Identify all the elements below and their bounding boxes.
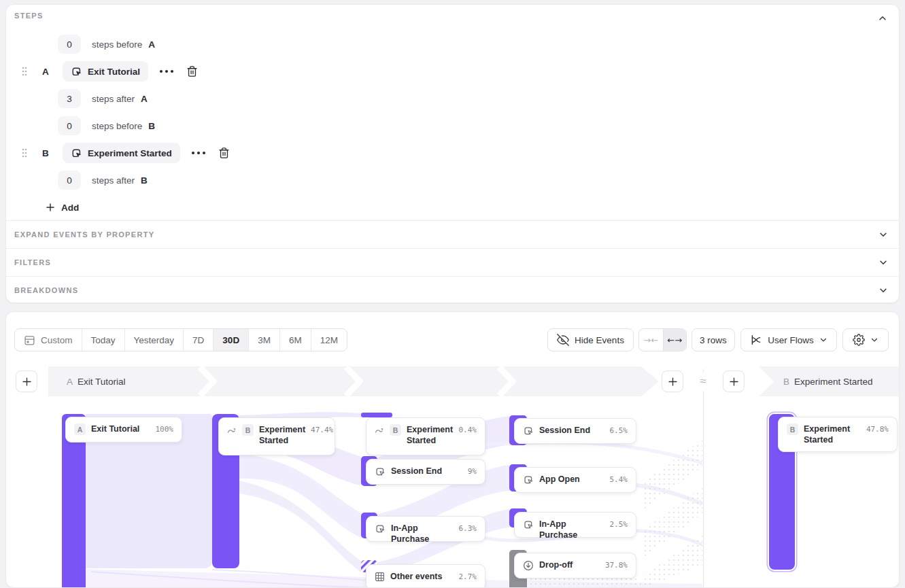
indirect-flow-icon [375, 424, 384, 434]
node-label: Exit Tutorial [91, 423, 150, 434]
chevron-up-icon [878, 14, 887, 23]
connector-row: 0 steps before A [6, 31, 899, 58]
chevron-down-icon [878, 230, 888, 239]
trash-icon[interactable] [218, 147, 230, 159]
steps-after-b-input[interactable]: 0 [58, 171, 81, 190]
filters-section[interactable]: FILTERS [6, 248, 899, 276]
flows-chart-panel: Custom Today Yesterday 7D 30D 3M 6M 12M … [5, 311, 900, 588]
add-step-before-button[interactable] [16, 370, 37, 392]
event-click-icon [71, 148, 82, 159]
range-label: 30D [222, 335, 239, 345]
plus-icon [46, 203, 55, 212]
event-name: Exit Tutorial [88, 67, 140, 77]
range-label: Yesterday [134, 335, 175, 345]
settings-button[interactable] [842, 328, 889, 351]
range-label: 3M [258, 335, 271, 345]
step-b-label: Experiment Started [794, 377, 873, 387]
range-30d-selected[interactable]: 30D [213, 329, 248, 351]
node-percent: 2.7% [459, 571, 477, 581]
range-3m[interactable]: 3M [248, 329, 279, 351]
node-percent: 6.5% [610, 425, 628, 435]
event-click-icon [523, 425, 534, 436]
collapse-expand-toggle: →← ←→ [638, 328, 687, 351]
step-b-letter: B [783, 377, 789, 387]
more-options-icon[interactable] [159, 69, 174, 73]
hide-events-button[interactable]: Hide Events [547, 328, 634, 351]
steps-before-a-input[interactable]: 0 [58, 35, 81, 54]
range-label: 7D [192, 335, 204, 345]
node-in-app-purchase-25[interactable]: In-App Purchase 2.5% [514, 512, 636, 538]
steps-after-a-input[interactable]: 3 [58, 89, 81, 108]
range-7d[interactable]: 7D [183, 329, 213, 351]
node-session-end-65[interactable]: Session End 6.5% [514, 418, 636, 444]
view-selector-button[interactable]: User Flows [740, 328, 837, 351]
steps-before-b-input[interactable]: 0 [58, 116, 81, 135]
node-other-events[interactable]: Other events 2.7% [366, 564, 485, 588]
event-click-icon [523, 474, 534, 485]
connector-row: 3 steps after A [6, 85, 899, 112]
calendar-icon [24, 334, 35, 346]
steps-collapse-button[interactable] [876, 12, 889, 25]
expand-columns-icon[interactable]: ←→ [663, 329, 687, 351]
rows-label: 3 rows [700, 335, 727, 345]
add-step-between-left-button[interactable] [662, 370, 683, 392]
node-label: Experiment Started [407, 424, 454, 447]
connector-ref: B [141, 175, 148, 186]
step-badge: A [74, 423, 86, 435]
node-exit-tutorial[interactable]: A Exit Tutorial 100% [65, 417, 182, 443]
node-app-open[interactable]: App Open 5.4% [514, 467, 636, 493]
event-select-exit-tutorial[interactable]: Exit Tutorial [63, 61, 148, 82]
event-name: Experiment Started [88, 148, 172, 158]
range-12m[interactable]: 12M [311, 329, 347, 351]
connector-row: 0 steps after B [6, 167, 899, 194]
steps-panel: STEPS 0 steps before A A Exit Tutorial [5, 4, 900, 303]
node-percent: 9% [468, 466, 477, 476]
add-row: Add [6, 194, 899, 221]
range-today[interactable]: Today [82, 329, 124, 351]
bar-experiment-started-04[interactable] [361, 413, 392, 417]
indirect-flow-icon [227, 424, 237, 434]
step-b-header-band[interactable]: B Experiment Started [759, 366, 900, 396]
expand-events-section[interactable]: EXPAND EVENTS BY PROPERTY [6, 220, 899, 248]
chevron-down-icon [870, 336, 878, 344]
node-in-app-purchase-63[interactable]: In-App Purchase 6.3% [366, 516, 485, 542]
add-step-between-right-button[interactable] [723, 370, 745, 392]
node-percent: 47.4% [311, 424, 333, 434]
step-a-letter: A [67, 377, 73, 387]
chevron-down-icon [878, 286, 888, 295]
node-experiment-started-47[interactable]: B Experiment Started 47.4% [218, 417, 335, 455]
node-experiment-started-04[interactable]: B Experiment Started 0.4% [366, 417, 485, 455]
node-experiment-started-478[interactable]: B Experiment Started 47.8% [778, 417, 898, 452]
node-percent: 2.5% [610, 519, 628, 529]
connector-label: steps before [92, 121, 142, 131]
step-letter: A [42, 67, 50, 77]
node-percent: 47.8% [866, 423, 889, 434]
connector-label: steps before [92, 39, 142, 50]
range-6m[interactable]: 6M [279, 329, 311, 351]
more-options-icon[interactable] [191, 151, 206, 155]
range-custom[interactable]: Custom [15, 329, 82, 351]
view-label: User Flows [768, 335, 814, 345]
step-row-a: A Exit Tutorial [6, 58, 899, 85]
range-yesterday[interactable]: Yesterday [124, 329, 184, 351]
range-label: Today [91, 335, 116, 345]
add-step-button[interactable]: Add [46, 203, 79, 213]
collapse-columns-icon[interactable]: →← [639, 329, 663, 351]
connector-label: steps after [92, 94, 135, 104]
step-row-b: B Experiment Started [6, 139, 899, 167]
event-select-experiment-started[interactable]: Experiment Started [63, 143, 180, 163]
drop-off-icon [523, 559, 534, 571]
step-a-header-band[interactable]: A Exit Tutorial [48, 366, 659, 396]
section-label: FILTERS [14, 258, 51, 266]
drag-handle-icon[interactable] [21, 66, 28, 77]
plus-icon [668, 377, 678, 387]
step-a-label: Exit Tutorial [78, 377, 126, 387]
node-session-end-9[interactable]: Session End 9% [366, 459, 485, 485]
rows-button[interactable]: 3 rows [691, 328, 735, 351]
eye-off-icon [557, 334, 569, 346]
node-drop-off[interactable]: Drop-off 37.8% [514, 553, 636, 578]
trash-icon[interactable] [186, 65, 198, 77]
drag-handle-icon[interactable] [21, 148, 28, 158]
breakdowns-section[interactable]: BREAKDOWNS [6, 276, 899, 304]
date-range-selector: Custom Today Yesterday 7D 30D 3M 6M 12M [14, 328, 347, 351]
